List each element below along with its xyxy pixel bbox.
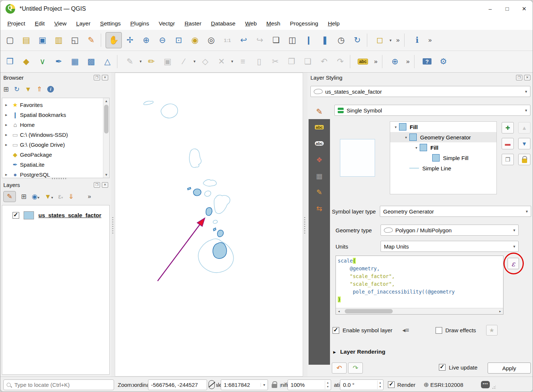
magnifier-spinner[interactable]: 100% ▲▼	[288, 379, 331, 390]
layer-rendering-section[interactable]: ▸ Layer Rendering	[333, 348, 385, 355]
minimize-button[interactable]: –	[482, 0, 499, 17]
geometry-expression-editor[interactable]: scale( @geometry, "scale_factor", "scale…	[336, 256, 503, 315]
float-panel-icon[interactable]: ❐	[94, 75, 100, 80]
refresh-map-button[interactable]: ↻	[349, 32, 365, 48]
browser-item-favorites[interactable]: ▸★Favorites	[2, 100, 109, 110]
new-map-view-button[interactable]: ❏	[268, 32, 284, 48]
expression-builder-button[interactable]: ε	[508, 258, 519, 269]
open-project-button[interactable]: ▤	[18, 32, 34, 48]
scroll-down-icon[interactable]: ▼	[103, 172, 109, 178]
new-spatialite-layer-button[interactable]: ✒	[51, 53, 67, 70]
tree-item-simple-line[interactable]: Simple Line	[390, 163, 496, 173]
draw-effects-checkbox[interactable]	[436, 327, 442, 334]
zoom-out-button[interactable]: ⊖	[154, 32, 171, 48]
scale-combo[interactable]: 1:6817842 ▾	[221, 379, 268, 390]
identify-features-button[interactable]: ℹ	[409, 32, 425, 48]
zoom-native-button[interactable]: 1:1	[219, 32, 235, 48]
modify-attributes-button[interactable]: ≡	[235, 53, 251, 70]
layer-labeling-options-button[interactable]: abc	[355, 53, 371, 70]
layer-name[interactable]: us_states_scale_factor	[38, 212, 102, 219]
browser-scrollbar[interactable]: ▲ ▼	[103, 98, 109, 178]
tab-undo-history[interactable]: ⇆	[309, 200, 330, 216]
add-selected-layers-button[interactable]: ⊞	[3, 85, 9, 93]
redo-style-button[interactable]: ↷	[348, 362, 363, 374]
metasearch-button[interactable]: ⊕	[387, 53, 403, 70]
menu-settings[interactable]: Settings	[96, 19, 125, 28]
scrollbar-thumb[interactable]	[345, 309, 393, 313]
scroll-up-icon[interactable]: ▲	[103, 98, 109, 104]
live-update-checkbox[interactable]	[439, 364, 446, 371]
pan-to-selection-button[interactable]: ✢	[122, 32, 138, 48]
help-contents-button[interactable]: ?	[419, 53, 435, 70]
menu-layer[interactable]: Layer	[72, 19, 94, 28]
browser-item-spatial-bookmarks[interactable]: ▸❙Spatial Bookmarks	[2, 110, 109, 120]
menu-web[interactable]: Web	[241, 19, 261, 28]
pan-map-button[interactable]: ✋	[106, 32, 122, 48]
tab-diagrams[interactable]: ▦	[309, 168, 330, 184]
move-down-button[interactable]: ▼	[518, 138, 530, 149]
renderer-combo[interactable]: Single Symbol ▾	[334, 105, 530, 116]
crs-status[interactable]: ESRI:102008	[430, 382, 463, 388]
zoom-next-button[interactable]: ↪	[252, 32, 268, 48]
paste-features-button[interactable]: ❏	[300, 53, 316, 70]
zoom-full-button[interactable]: ⊡	[171, 32, 187, 48]
zoom-to-selection-button[interactable]: ◉	[187, 32, 203, 48]
dropdown-caret-icon[interactable]: ▾	[138, 59, 143, 64]
expression-hscrollbar[interactable]: ◂ ▸	[336, 308, 503, 314]
toolbar-overflow-icon[interactable]: »	[371, 58, 381, 65]
panel-splitter-handle[interactable]	[52, 178, 67, 179]
move-up-button[interactable]: ▲	[518, 122, 530, 133]
refresh-browser-button[interactable]: ↻	[14, 85, 20, 93]
menu-help[interactable]: Help	[324, 19, 344, 28]
browser-item-spatialite[interactable]: ✒SpatiaLite	[2, 160, 109, 170]
effects-options-button[interactable]: ★	[486, 325, 498, 336]
data-defined-override-icon[interactable]: ◂≡	[402, 326, 409, 334]
tree-item-fill-inner[interactable]: ▾ Fill	[390, 142, 496, 153]
layer-visibility-checkbox[interactable]	[13, 212, 19, 219]
data-source-manager-button[interactable]: ❒	[2, 53, 18, 70]
locator-input[interactable]	[14, 381, 102, 388]
new-gpx-layer-button[interactable]: △	[99, 53, 116, 70]
close-panel-icon[interactable]: ✕	[102, 182, 108, 188]
show-spatial-bookmarks-button[interactable]: ❚	[317, 32, 333, 48]
undo-button[interactable]: ↶	[316, 53, 332, 70]
dropdown-caret-icon[interactable]: ▾	[192, 59, 197, 64]
scrollbar-thumb[interactable]	[104, 105, 109, 133]
new-spatial-bookmark-button[interactable]: ❙	[300, 32, 317, 48]
close-button[interactable]: ✕	[516, 0, 533, 17]
cut-features-button[interactable]: ✂	[267, 53, 283, 70]
menu-processing[interactable]: Processing	[286, 19, 322, 28]
collapse-all-button[interactable]: ⇑	[37, 85, 42, 93]
geometry-type-combo[interactable]: Polygon / MultiPolygon ▾	[381, 225, 519, 236]
right-splitter[interactable]	[303, 73, 307, 377]
symbol-layer-type-combo[interactable]: Geometry Generator ▾	[380, 206, 531, 217]
menu-raster[interactable]: Raster	[180, 19, 206, 28]
tab-symbology[interactable]: ✎	[309, 104, 330, 119]
edit-filter-expression-button[interactable]: ε▾	[58, 193, 63, 201]
temporal-controller-button[interactable]: ◷	[333, 32, 349, 48]
styling-layer-combo[interactable]: us_states_scale_factor ▾	[310, 86, 530, 97]
menu-mesh[interactable]: Mesh	[262, 19, 285, 28]
tab-3d-view[interactable]: ❖	[309, 152, 330, 168]
float-panel-icon[interactable]: ❐	[516, 75, 522, 80]
save-project-as-button[interactable]: ▥	[51, 32, 67, 48]
open-layer-styling-button[interactable]: ✎	[3, 191, 16, 202]
enable-symbol-layer-checkbox[interactable]	[333, 327, 339, 334]
current-edits-button[interactable]: ✎	[122, 53, 138, 70]
select-features-button[interactable]: ◻	[372, 32, 388, 48]
zoom-last-button[interactable]: ↩	[235, 32, 252, 48]
toolbar-overflow-icon[interactable]: »	[403, 58, 413, 65]
add-symbol-layer-button[interactable]: ✚	[502, 122, 514, 133]
delete-selected-button[interactable]: ▯	[251, 53, 267, 70]
float-panel-icon[interactable]: ❐	[94, 182, 100, 188]
properties-info-icon[interactable]: i	[47, 86, 54, 93]
browser-item-geopackage[interactable]: ◆GeoPackage	[2, 150, 109, 160]
remove-symbol-layer-button[interactable]: ▬	[502, 138, 514, 149]
expander-icon[interactable]: ▸	[2, 132, 10, 137]
browser-item-g-google-drive-[interactable]: ▸▭G:\ (Google Drive)	[2, 140, 109, 150]
map-canvas[interactable]	[115, 73, 303, 377]
duplicate-symbol-layer-button[interactable]: ❐	[502, 154, 514, 165]
copy-features-button[interactable]: ❐	[283, 53, 300, 70]
undo-style-button[interactable]: ↶	[332, 362, 347, 374]
add-line-feature-button[interactable]: ∕	[176, 53, 192, 70]
